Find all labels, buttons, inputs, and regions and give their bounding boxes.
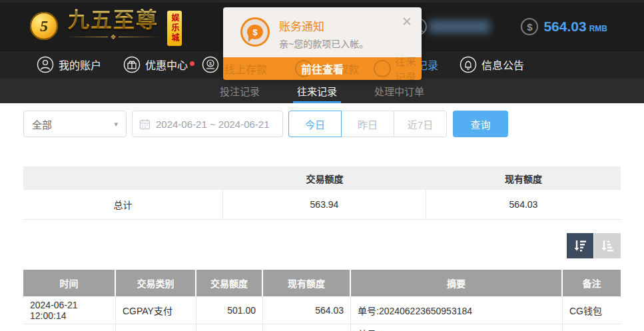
records-table: 时间 交易类别 交易额度 现有额度 摘要 备注 2024-06-21 12:00… bbox=[23, 270, 621, 331]
col-header-remark: 备注 bbox=[563, 270, 621, 296]
toast-action-button[interactable]: 线上存款 线上取款 往来记录 前往查看 bbox=[223, 57, 422, 80]
search-button[interactable]: 查询 bbox=[453, 111, 508, 137]
finance-notice-icon: $ bbox=[240, 17, 270, 47]
account-icon bbox=[37, 56, 54, 73]
today-button[interactable]: 今日 bbox=[288, 111, 342, 137]
col-header-current-amount: 现有额度 bbox=[263, 270, 351, 296]
cell-trade-amount: 501.00 bbox=[196, 296, 263, 324]
page: 5 九五至尊 ❖ 娱乐城 $ 564.03 RMB bbox=[0, 0, 644, 331]
toast-body: $ 账务通知 亲~您的款项已入帐。 ✕ bbox=[223, 7, 422, 57]
bell-icon bbox=[460, 56, 477, 73]
nav-item-my-account[interactable]: 我的账户 bbox=[37, 51, 101, 78]
balance-currency: RMB bbox=[589, 24, 607, 33]
sort-descending-icon bbox=[573, 238, 587, 253]
tab-bet-records[interactable]: 投注记录 bbox=[210, 78, 269, 103]
calendar-icon bbox=[139, 119, 151, 130]
col-header-type: 交易类别 bbox=[116, 270, 196, 296]
cell-type bbox=[116, 324, 196, 331]
summary-table: 交易额度 现有额度 总计 563.94 564.03 bbox=[23, 166, 621, 220]
last-7-days-button[interactable]: 近7日 bbox=[394, 111, 447, 137]
nav-item-announcements[interactable]: 信息公告 bbox=[460, 51, 524, 78]
summary-header-trade-amount: 交易额度 bbox=[223, 166, 426, 190]
col-header-trade-amount: 交易额度 bbox=[196, 270, 263, 296]
yesterday-button[interactable]: 昨日 bbox=[341, 111, 394, 137]
records-header-row: 时间 交易类别 交易额度 现有额度 摘要 备注 bbox=[23, 270, 621, 296]
sort-descending-button[interactable] bbox=[567, 233, 593, 258]
account-summary: $ 564.03 RMB bbox=[409, 17, 607, 36]
gift-icon bbox=[123, 56, 141, 73]
sort-ascending-icon bbox=[600, 238, 615, 253]
cell-remark: CG钱包 bbox=[563, 296, 621, 324]
col-header-time: 时间 bbox=[23, 270, 116, 296]
summary-total-label: 总计 bbox=[23, 190, 223, 219]
summary-total-row: 总计 563.94 564.03 bbox=[23, 190, 621, 220]
cell-time: 2024-06-21 12:00:14 bbox=[23, 296, 116, 324]
quick-date-button-group: 今日 昨日 近7日 bbox=[288, 111, 447, 137]
col-header-summary: 摘要 bbox=[351, 270, 563, 296]
brand-title: 九五至尊 bbox=[68, 8, 159, 32]
nav-item-promo-center[interactable]: 优惠中心 bbox=[123, 51, 188, 78]
balance-dollar-icon: $ bbox=[521, 18, 538, 35]
cell-remark bbox=[563, 324, 621, 331]
table-row-partial: 单号: bbox=[23, 324, 621, 331]
record-tabs: 投注记录 往来记录 处理中订单 bbox=[0, 78, 644, 103]
tab-processing-orders[interactable]: 处理中订单 bbox=[365, 78, 434, 103]
tab-transaction-records[interactable]: 往来记录 bbox=[288, 78, 346, 103]
toast-title: 账务通知 bbox=[279, 17, 324, 34]
username-redacted bbox=[429, 20, 490, 33]
chevron-down-icon: ▾ bbox=[114, 120, 118, 129]
cell-summary: 单号:202406223650953184 bbox=[351, 296, 563, 324]
ghost-records-icon bbox=[374, 60, 391, 77]
close-icon[interactable]: ✕ bbox=[402, 15, 412, 28]
cell-time bbox=[23, 324, 116, 331]
ghost-nav-records: 往来记录 bbox=[395, 57, 422, 80]
notification-toast: $ 账务通知 亲~您的款项已入帐。 ✕ 线上存款 线上取款 往来记录 前往查看 bbox=[223, 7, 422, 80]
table-row: 2024-06-21 12:00:14 CGPAY支付 501.00 564.0… bbox=[23, 296, 621, 324]
toast-message: 亲~您的款项已入帐。 bbox=[279, 37, 368, 50]
svg-text:$: $ bbox=[209, 61, 212, 66]
cell-current-amount bbox=[263, 324, 351, 331]
summary-header-empty bbox=[23, 166, 223, 190]
sort-ascending-button[interactable] bbox=[594, 233, 621, 258]
ghost-nav-deposit: 线上存款 bbox=[224, 57, 267, 80]
summary-current-amount-value: 564.03 bbox=[426, 190, 621, 219]
promo-notification-dot bbox=[190, 61, 194, 66]
brand-badge: 娱乐城 bbox=[167, 11, 182, 46]
logo-coin-icon: 5 bbox=[30, 12, 58, 40]
type-filter-select[interactable]: 全部 ▾ bbox=[23, 111, 127, 137]
date-range-input[interactable]: 2024-06-21 ~ 2024-06-21 bbox=[132, 111, 283, 137]
cell-trade-amount bbox=[196, 324, 263, 331]
summary-header-current-amount: 现有额度 bbox=[426, 166, 621, 190]
deposit-icon: $ bbox=[202, 56, 219, 73]
cell-type: CGPAY支付 bbox=[116, 296, 196, 324]
cell-current-amount: 564.03 bbox=[263, 296, 351, 324]
cell-summary: 单号: bbox=[351, 324, 563, 331]
logo-flourish-ornament: ❖ bbox=[63, 33, 163, 40]
site-logo[interactable]: 5 九五至尊 ❖ 娱乐城 bbox=[30, 8, 182, 46]
summary-header-row: 交易额度 现有额度 bbox=[23, 166, 621, 190]
summary-trade-amount-value: 563.94 bbox=[223, 190, 426, 219]
sort-controls bbox=[567, 233, 621, 258]
dollar-bubble-icon: $ bbox=[247, 25, 263, 39]
balance-amount[interactable]: 564.03 bbox=[543, 19, 586, 35]
